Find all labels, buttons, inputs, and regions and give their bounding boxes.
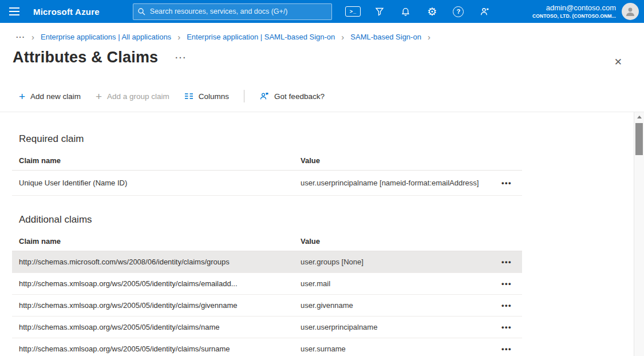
row-more-options-icon[interactable]: ••• (491, 258, 522, 266)
breadcrumb-separator-icon: › (428, 33, 430, 41)
additional-claims-table-header: Claim name Value (12, 231, 522, 251)
claim-value-cell: user.mail (294, 279, 491, 288)
claim-value-cell: user.surname (294, 345, 491, 353)
claim-name-cell: http://schemas.xmlsoap.org/ws/2005/05/id… (12, 301, 294, 310)
row-more-options-icon[interactable]: ••• (491, 345, 522, 353)
close-icon[interactable]: ✕ (613, 55, 623, 69)
claim-value-cell: user.groups [None] (294, 258, 491, 266)
claim-name-cell: Unique User Identifier (Name ID) (12, 179, 294, 187)
breadcrumb-separator-icon: › (341, 33, 344, 41)
command-bar: + Add new claim + Add a group claim Colu… (0, 89, 644, 103)
column-header-value: Value (294, 156, 491, 165)
claim-name-cell: http://schemas.xmlsoap.org/ws/2005/05/id… (12, 345, 294, 353)
breadcrumb: ··· › Enterprise applications | All appl… (0, 23, 644, 41)
plus-icon: + (96, 91, 102, 102)
add-new-claim-label: Add new claim (30, 92, 81, 101)
additional-claims-table: http://schemas.microsoft.com/ws/2008/06/… (12, 251, 522, 356)
azure-top-bar: Microsoft Azure >_ ⚙ ? (0, 0, 644, 23)
scrollbar-up-arrow[interactable] (634, 112, 644, 121)
plus-icon: + (19, 91, 25, 102)
additional-claims-heading: Additional claims (12, 214, 522, 226)
add-new-claim-button[interactable]: + Add new claim (19, 91, 81, 102)
columns-button[interactable]: Columns (184, 92, 229, 101)
claims-panel: Required claim Claim name Value Unique U… (12, 133, 522, 356)
required-claims-table: Unique User Identifier (Name ID)user.use… (12, 171, 522, 196)
row-more-options-icon[interactable]: ••• (491, 279, 522, 288)
avatar[interactable] (622, 3, 639, 20)
claim-row[interactable]: http://schemas.xmlsoap.org/ws/2005/05/id… (12, 295, 522, 317)
feedback-icon[interactable] (472, 0, 498, 23)
feedback-person-icon (259, 92, 269, 101)
got-feedback-button[interactable]: Got feedback? (259, 92, 325, 101)
help-icon[interactable]: ? (445, 0, 472, 23)
page-header: Attributes & Claims ··· (0, 49, 644, 66)
azure-brand-link[interactable]: Microsoft Azure (33, 7, 100, 17)
page-more-button[interactable]: ··· (175, 53, 187, 62)
add-group-claim-label: Add a group claim (107, 92, 169, 101)
breadcrumb-item-enterprise-application-saml[interactable]: Enterprise application | SAML-based Sign… (187, 33, 335, 41)
column-header-claim-name: Claim name (12, 156, 294, 165)
topbar-icon-group: >_ ⚙ ? (340, 0, 498, 23)
directory-filter-icon[interactable] (366, 0, 393, 23)
claim-name-cell: http://schemas.xmlsoap.org/ws/2005/05/id… (12, 279, 294, 288)
breadcrumb-item-saml-based-sign-on[interactable]: SAML-based Sign-on (350, 33, 421, 41)
column-header-value: Value (294, 237, 491, 246)
row-more-options-icon[interactable]: ••• (491, 323, 522, 331)
claim-name-cell: http://schemas.microsoft.com/ws/2008/06/… (12, 258, 294, 266)
breadcrumb-separator-icon: › (31, 33, 34, 41)
row-more-options-icon[interactable]: ••• (491, 179, 522, 187)
scrollbar-thumb[interactable] (635, 123, 643, 155)
breadcrumb-separator-icon: › (177, 33, 180, 41)
global-search-box[interactable] (133, 3, 332, 20)
add-group-claim-button[interactable]: + Add a group claim (96, 91, 169, 102)
columns-label: Columns (199, 92, 229, 101)
got-feedback-label: Got feedback? (274, 92, 325, 101)
claim-value-cell: user.givenname (294, 301, 491, 310)
claim-row[interactable]: http://schemas.xmlsoap.org/ws/2005/05/id… (12, 317, 522, 338)
row-more-options-icon[interactable]: ••• (491, 301, 522, 310)
settings-gear-icon[interactable]: ⚙ (419, 0, 445, 23)
toolbar-separator-line (0, 112, 644, 112)
required-claim-heading: Required claim (12, 133, 522, 145)
claim-row[interactable]: Unique User Identifier (Name ID)user.use… (12, 171, 522, 196)
account-text: admin@contoso.com CONTOSO, LTD. (CONTOSO… (532, 3, 616, 19)
claim-row[interactable]: http://schemas.xmlsoap.org/ws/2005/05/id… (12, 273, 522, 295)
account-menu[interactable]: admin@contoso.com CONTOSO, LTD. (CONTOSO… (532, 3, 644, 20)
column-header-claim-name: Claim name (12, 237, 294, 246)
search-input[interactable] (149, 7, 327, 16)
toolbar-divider (244, 90, 244, 102)
cloud-shell-icon[interactable]: >_ (340, 0, 366, 23)
columns-icon (184, 92, 193, 100)
claim-value-cell: user.userprincipalname (294, 323, 491, 331)
search-icon (137, 7, 145, 15)
claim-name-cell: http://schemas.xmlsoap.org/ws/2005/05/id… (12, 323, 294, 331)
claim-row[interactable]: http://schemas.microsoft.com/ws/2008/06/… (12, 251, 522, 273)
vertical-scrollbar[interactable] (634, 112, 644, 356)
breadcrumb-item-enterprise-applications[interactable]: Enterprise applications | All applicatio… (41, 33, 171, 41)
required-claims-table-header: Claim name Value (12, 151, 522, 171)
hamburger-menu-icon[interactable] (0, 0, 29, 23)
breadcrumb-overflow-button[interactable]: ··· (16, 33, 25, 41)
account-email: admin@contoso.com (532, 3, 616, 13)
account-tenant: CONTOSO, LTD. (CONTOSO.ONM... (532, 13, 616, 19)
notifications-bell-icon[interactable] (393, 0, 419, 23)
claim-row[interactable]: http://schemas.xmlsoap.org/ws/2005/05/id… (12, 338, 522, 356)
page-title: Attributes & Claims (13, 49, 158, 66)
claim-value-cell: user.userprincipalname [nameid-format:em… (294, 179, 491, 187)
